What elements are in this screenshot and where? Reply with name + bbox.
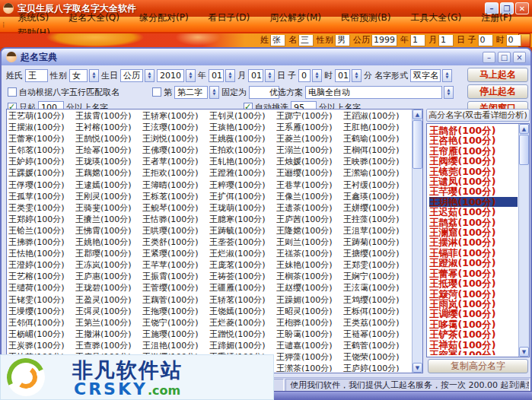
high-score-header[interactable]: 高分名字(双击看详细分析) [426,109,530,122]
menu-item[interactable]: 起名大全(Q) [59,11,129,24]
name-item[interactable]: 王蕾寒(100分) [8,133,75,144]
name-item[interactable]: 王系雁(100分) [276,122,343,133]
name-item[interactable]: 王鹤瑜(100分) [343,133,410,144]
background-field-input[interactable]: 男 [335,35,350,46]
name-item[interactable]: 王鹊悦(100分) [75,133,142,144]
name-item[interactable]: 王昭灵(100分) [276,306,343,317]
spinner-icon[interactable] [225,69,235,82]
surname-input[interactable]: 王 [25,69,48,82]
name-item[interactable]: 王拒欢(100分) [142,167,209,179]
name-item[interactable]: 王踝媛(100分) [8,167,75,179]
name-item[interactable]: 王拍欢(100分) [209,144,276,156]
high-score-item[interactable]: 王镜莞(100分) [429,167,518,176]
name-item[interactable]: 王鹤菅(100分) [343,340,410,351]
name-form-select[interactable]: 双字名 [410,69,441,82]
month-input[interactable]: 01 [209,69,224,82]
name-item[interactable]: 王扩佴(100分) [209,191,276,202]
name-item[interactable]: 王炭骅(100分) [8,340,75,351]
name-item[interactable]: 王芊苹(100分) [142,259,209,271]
high-score-item[interactable]: 王蕾幂(100分) [429,268,518,278]
name-item[interactable]: 王榈茶(100分) [276,271,343,282]
name-item[interactable]: 王者苹(100分) [142,156,209,167]
name-item[interactable]: 王泫璎(100分) [142,122,209,133]
name-item[interactable]: 王簿晴(100分) [142,179,209,191]
name-item[interactable]: 王泫霭(100分) [343,282,410,294]
name-item[interactable]: 王怙骅(100分) [142,214,209,225]
close-icon[interactable]: × [513,52,526,63]
name-item[interactable]: 王墁缨(100分) [8,306,75,317]
menu-item[interactable]: 系统(S) [8,11,59,24]
name-item[interactable]: 王摆淑(100分) [8,122,75,133]
name-item[interactable]: 王澄婷(100分) [8,259,75,271]
name-item[interactable]: 王妒婷(100分) [8,156,75,167]
menu-item[interactable]: 看日子(D) [199,11,260,24]
menu-item[interactable]: 注册(F) [471,11,521,24]
scroll-up-icon[interactable]: ▲ [413,110,422,119]
gender-select[interactable]: 女 [69,69,88,82]
scroll-up-icon[interactable]: ▲ [519,124,529,134]
ordinal-select[interactable]: 第二字 [174,86,208,99]
name-item[interactable]: 王哄璎(100分) [142,225,209,237]
name-item[interactable]: 王菱兰(100分) [276,133,343,144]
high-score-item[interactable]: 王镉菲(100分) [429,248,518,258]
name-item[interactable]: 王赵缨(100分) [276,282,343,294]
name-item[interactable]: 王郑雯(100分) [343,259,410,271]
name-item[interactable]: 王藕菅(100分) [142,294,209,306]
high-score-item[interactable]: 王迟茹(100分) [429,207,518,217]
name-item[interactable]: 王庐婷(100分) [343,363,410,372]
name-item[interactable]: 王珑碧(100分) [75,282,142,294]
high-score-item[interactable]: 王谴凤(100分) [429,176,518,186]
name-item[interactable]: 王踌毓(100分) [209,225,276,237]
background-field-input[interactable]: 1999 [371,35,397,46]
name-item[interactable]: 王艺萌(100分) [8,110,75,122]
background-form-field[interactable]: 性别男 [317,35,350,46]
name-item[interactable]: 王妹艳(100分) [276,259,343,271]
stop-naming-button[interactable]: 停止起名 [467,84,528,99]
high-score-scrollbar[interactable]: ▲ ▼ [518,124,529,357]
name-item[interactable]: 王庞茗(100分) [209,259,276,271]
high-score-item[interactable]: 王芊璎(100分) [429,186,518,196]
name-item[interactable]: 王施璎(100分) [142,329,209,340]
background-form-field[interactable]: 时0 [496,35,521,46]
scroll-down-icon[interactable]: ▼ [519,347,529,357]
name-item[interactable]: 王搪缨(100分) [343,248,410,259]
name-item[interactable]: 王逦缨(100分) [276,167,343,179]
spinner-icon[interactable] [145,69,155,82]
name-item[interactable]: 王枹骅(100分) [276,317,343,329]
background-field-input[interactable]: 张 [270,35,285,46]
name-item[interactable]: 王蹭悦(100分) [209,329,276,340]
background-form-field[interactable]: 年1 [400,35,425,46]
name-item[interactable]: 王肛艳(100分) [343,122,410,133]
name-item[interactable]: 王禚茶(100分) [276,248,343,259]
name-item[interactable]: 王拄藻(100分) [343,214,410,225]
name-item[interactable]: 王怫霄(100分) [75,225,142,237]
high-score-item[interactable]: 王澜窟(100分) [429,227,518,237]
background-form-field[interactable]: 日 子0 [457,35,493,46]
name-item[interactable]: 王郡璎(100分) [75,248,142,259]
spinner-icon[interactable] [186,69,196,82]
day-input[interactable]: 01 [248,69,263,82]
background-form-field[interactable]: 公历1999 [353,35,397,46]
name-item[interactable]: 王烛媛(100分) [276,156,343,167]
name-item[interactable]: 王枥嵋(100分) [8,329,75,340]
plan-select[interactable]: 电脑全自动 [305,86,442,99]
name-item[interactable]: 王躁媚(100分) [276,294,343,306]
name-item[interactable]: 王盈灵(100分) [75,294,142,306]
hour-input[interactable]: 0 [298,69,311,82]
name-item[interactable]: 王姚薇(100分) [209,133,276,144]
name-item[interactable]: 王狎藻(100分) [276,351,343,363]
name-item[interactable]: 王逮嫣(100分) [75,179,142,191]
background-form-field[interactable]: 名三 [288,35,314,46]
name-item[interactable]: 王铑雯(100分) [8,294,75,306]
name-item[interactable]: 王隆嫦(100分) [276,225,343,237]
menu-item[interactable]: 缘分配对(P) [129,11,199,24]
spinner-icon[interactable] [89,69,99,82]
name-item[interactable]: 王溺兰(100分) [276,144,343,156]
background-field-input[interactable]: 三 [298,35,314,46]
name-item[interactable]: 王拖璎(100分) [142,306,209,317]
high-score-item[interactable]: 王抵璎(100分) [429,278,518,288]
name-item[interactable]: 王栎茗(100分) [142,191,209,202]
name-item[interactable]: 王谴嘉(100分) [276,340,343,351]
name-item[interactable]: 王姘缨(100分) [343,202,410,214]
menu-item[interactable]: 周公解梦(M) [260,11,331,24]
